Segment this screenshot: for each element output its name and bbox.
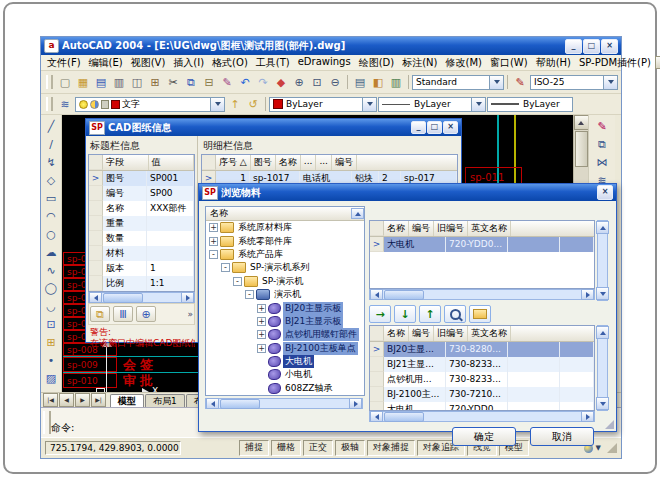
erase-icon[interactable]: ✎ <box>593 117 611 135</box>
copy-icon[interactable]: ⧉ <box>182 74 200 90</box>
field-value-cell[interactable]: 1 <box>147 261 194 276</box>
status-flyout-icon[interactable]: ▼ <box>596 444 601 452</box>
polygon-icon[interactable]: ◇ <box>42 171 60 189</box>
field-value-cell[interactable] <box>147 216 194 231</box>
scroll-up-icon[interactable] <box>596 326 609 339</box>
tree-toggle-icon[interactable]: - <box>221 263 230 272</box>
field-row[interactable]: 编号 SP00 <box>89 186 194 201</box>
menu-item[interactable]: 标注(N) <box>398 56 441 70</box>
first-tab-icon[interactable]: |◀ <box>43 393 58 407</box>
barcode-icon[interactable]: Ⅲ <box>113 306 133 322</box>
status-toggle[interactable]: 极轴 <box>335 440 365 456</box>
status-toggle[interactable]: 栅格 <box>271 440 301 456</box>
column-header[interactable]: 编号 <box>409 221 434 236</box>
tree-hscrollbar[interactable] <box>205 398 363 409</box>
scroll-right-icon[interactable] <box>181 292 194 303</box>
tree-toggle-icon[interactable]: + <box>257 304 266 313</box>
paste-icon[interactable]: ⊟ <box>200 74 218 90</box>
field-row[interactable]: 重量 <box>89 216 194 231</box>
dialog-resize-grip[interactable] <box>605 420 614 429</box>
layer-combo[interactable]: 文字 <box>75 97 225 112</box>
new-icon[interactable]: ▢ <box>56 74 74 90</box>
mdi-minimize-button[interactable]: _ <box>655 56 660 69</box>
construction-line-icon[interactable]: ∕ <box>42 135 60 153</box>
undo-icon[interactable]: ↶ <box>236 74 254 90</box>
column-header[interactable]: 编号 <box>409 326 434 341</box>
selected-hscrollbar[interactable] <box>369 411 595 422</box>
tree-toggle-icon[interactable]: - <box>209 250 218 259</box>
command-window-grab-handle[interactable] <box>43 411 51 434</box>
column-header[interactable]: 英文名称 <box>468 221 511 236</box>
tree-item-label[interactable]: BJ-2100主板单点 <box>283 342 358 355</box>
status-toggle[interactable]: 对象捕捉 <box>367 440 415 456</box>
column-header[interactable]: 名称 <box>276 155 301 170</box>
make-object-layer-current-icon[interactable]: ↑ <box>226 96 244 112</box>
close-button[interactable]: × <box>601 39 618 54</box>
field-value-cell[interactable] <box>147 231 194 246</box>
tree-item-label[interactable]: BJ21主显示板 <box>283 315 343 328</box>
combo-dropdown-icon[interactable] <box>471 98 485 111</box>
menu-item[interactable]: 格式(O) <box>208 56 252 70</box>
layout-tab[interactable]: 模型 <box>110 394 144 407</box>
fields-hscrollbar[interactable] <box>88 292 195 303</box>
tree-item[interactable]: + BJ21主显示板 <box>206 315 364 328</box>
result-row[interactable]: > 大电机 720-YDD0... <box>370 237 594 252</box>
move-up-icon[interactable]: ↑ <box>419 305 441 323</box>
tree-item[interactable]: + BJ20主显示板 <box>206 301 364 314</box>
scrollbar-thumb[interactable] <box>384 412 424 422</box>
scroll-left-icon[interactable] <box>206 398 219 409</box>
maximize-button[interactable]: □ <box>583 39 600 54</box>
scroll-left-icon[interactable] <box>89 292 102 303</box>
circle-icon[interactable]: ○ <box>42 225 60 243</box>
tree-item-label[interactable]: 大电机 <box>283 355 314 368</box>
field-value-cell[interactable]: 1:1 <box>147 276 194 291</box>
move-down-icon[interactable]: ↓ <box>394 305 416 323</box>
designcenter-icon[interactable]: ◧ <box>369 74 387 90</box>
prev-tab-icon[interactable]: ◀ <box>59 393 74 407</box>
menu-item[interactable]: 文件(F) <box>43 56 85 70</box>
redo-icon[interactable]: ↷ <box>254 74 272 90</box>
tool-palettes-icon[interactable]: ▥ <box>387 74 405 90</box>
field-row[interactable]: 名称 XXX部件 <box>89 201 194 216</box>
scroll-up-icon[interactable] <box>351 208 364 219</box>
insert-block-icon[interactable]: ⊡ <box>42 315 60 333</box>
scroll-right-icon[interactable] <box>581 289 594 300</box>
selected-vscrollbar[interactable] <box>597 325 608 411</box>
layers-icon[interactable]: ≋ <box>56 96 74 112</box>
mirror-icon[interactable]: ⋈ <box>593 153 611 171</box>
tree-item-label[interactable]: 小电机 <box>283 368 314 381</box>
menu-item[interactable]: 插入(I) <box>169 56 208 70</box>
tree-item-label[interactable]: 608ZZ轴承 <box>283 382 335 395</box>
cut-icon[interactable]: ✂ <box>164 74 182 90</box>
selected-row[interactable]: 点钞机用... 730-8233... <box>370 372 594 387</box>
plot-preview-icon[interactable]: ◫ <box>128 74 146 90</box>
browse-close-button[interactable]: × <box>597 185 613 200</box>
column-header[interactable]: 旧编号 <box>434 326 468 341</box>
scrollbar-thumb[interactable] <box>575 131 588 167</box>
scroll-down-icon[interactable] <box>596 287 609 300</box>
plot-icon[interactable]: ▥ <box>110 74 128 90</box>
scrollbar-thumb[interactable] <box>220 399 260 409</box>
field-row[interactable]: 数量 <box>89 231 194 246</box>
sheet-minimize-button[interactable]: _ <box>411 121 426 134</box>
column-header[interactable]: 值 <box>149 155 195 170</box>
zoom-window-icon[interactable]: ⊡ <box>308 74 326 90</box>
combo-dropdown-icon[interactable] <box>603 76 617 89</box>
selected-row[interactable]: BJ-2100主... 730-7210... <box>370 387 594 402</box>
column-header[interactable]: 英文名称 <box>468 326 511 341</box>
export-icon[interactable]: ⧉ <box>90 306 110 322</box>
copy-object-icon[interactable]: ⧉ <box>593 135 611 153</box>
scrollbar-thumb[interactable] <box>384 290 424 300</box>
tree-toggle-icon[interactable]: + <box>257 344 266 353</box>
field-row[interactable]: > 图号 SP001 <box>89 171 194 186</box>
color-combo[interactable]: ByLayer <box>269 97 377 112</box>
menu-item[interactable]: 窗口(W) <box>486 56 532 70</box>
tree-item[interactable]: - SP-演示机 <box>206 275 364 288</box>
search-icon[interactable] <box>444 305 466 323</box>
tree-item[interactable]: + 系统零部件库 <box>206 234 364 247</box>
status-toggle[interactable]: 正交 <box>303 440 333 456</box>
layer-previous-icon[interactable]: ↺ <box>244 96 262 112</box>
selected-row[interactable]: 大电机 720-YDD0... <box>370 402 594 410</box>
column-header[interactable]: 字段 <box>103 155 149 170</box>
scroll-left-icon[interactable] <box>370 411 383 422</box>
